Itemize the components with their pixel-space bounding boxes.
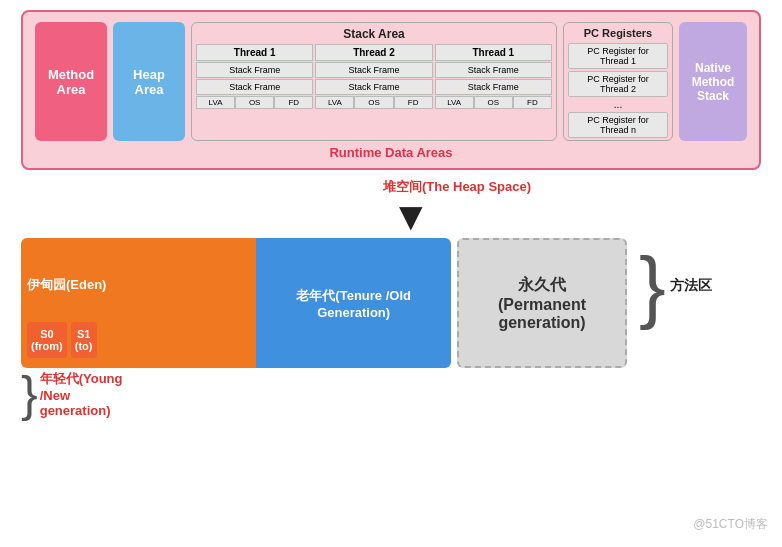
stack-frame-3a: Stack Frame [435,62,552,78]
heap-area-label: Heap Area [133,67,165,97]
brace-and-label: } 方法区 [639,258,712,314]
lva-row-2: LVA OS FD [315,96,432,109]
stack-frame-3b: Stack Frame [435,79,552,95]
native-method-box: Native Method Stack [679,22,747,141]
stack-frame-1a: Stack Frame [196,62,313,78]
bottom-diagram: 伊甸园(Eden) S0 (from) S1 (to) 老年代(Tenure /… [21,238,761,418]
thread-label-2: Thread 2 [315,44,432,61]
arrow-section: 堆空间(The Heap Space) ▼ [371,178,531,236]
watermark: @51CTO博客 [693,516,768,533]
stack-frame-1b: Stack Frame [196,79,313,95]
stack-thread-col-1: Thread 1 Stack Frame Stack Frame LVA OS … [196,44,313,109]
pc-registers-title: PC Registers [568,27,668,39]
stack-thread-col-2: Thread 2 Stack Frame Stack Frame LVA OS … [315,44,432,109]
eden-top-label: 伊甸园(Eden) [27,248,106,322]
heap-area-box: Heap Area [113,22,185,141]
eden-label: 伊甸园(Eden) [27,276,106,294]
s0-label: S0 (from) [31,328,63,352]
perm-gen-label: 永久代 (Permanent generation) [498,275,586,332]
stack-threads-row: Thread 1 Stack Frame Stack Frame LVA OS … [196,44,552,109]
top-diagram: Method Area Heap Area Stack Area Thread … [21,10,761,170]
stack-frame-2a: Stack Frame [315,62,432,78]
stack-thread-col-3: Thread 1 Stack Frame Stack Frame LVA OS … [435,44,552,109]
big-arrow: ▼ [391,196,431,236]
tenure-label: 老年代(Tenure /Old Generation) [296,287,411,320]
stack-section: Stack Area Thread 1 Stack Frame Stack Fr… [191,22,557,141]
lva-row-3: LVA OS FD [435,96,552,109]
young-gen-brace: } [21,372,38,417]
young-gen-label: 年轻代(Young /New generation) [40,370,123,418]
perm-gen-box: 永久代 (Permanent generation) [457,238,627,368]
fangfa-label: 方法区 [670,277,712,295]
thread-label-3: Thread 1 [435,44,552,61]
s1-box: S1 (to) [71,322,97,358]
eden-box: 伊甸园(Eden) S0 (from) S1 (to) [21,238,256,368]
method-area-box: Method Area [35,22,107,141]
s1-label: S1 (to) [75,328,93,352]
native-method-label: Native Method Stack [692,61,735,103]
tenure-box: 老年代(Tenure /Old Generation) [256,238,451,368]
pc-register-1: PC Register forThread 1 [568,43,668,69]
runtime-label: Runtime Data Areas [35,145,747,160]
s0-s1-row: S0 (from) S1 (to) [27,322,97,358]
stack-frame-2b: Stack Frame [315,79,432,95]
pc-dots: ... [568,99,668,110]
stack-area-title: Stack Area [196,27,552,41]
pc-register-2: PC Register forThread 2 [568,71,668,97]
method-area-label: Method Area [48,67,94,97]
thread-label-1: Thread 1 [196,44,313,61]
pc-register-n: PC Register forThread n [568,112,668,138]
pc-registers-section: PC Registers PC Register forThread 1 PC … [563,22,673,141]
s0-box: S0 (from) [27,322,67,358]
lva-row-1: LVA OS FD [196,96,313,109]
fangfa-brace: } [639,258,666,314]
